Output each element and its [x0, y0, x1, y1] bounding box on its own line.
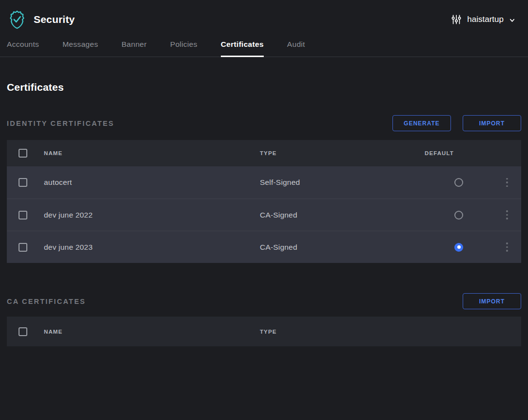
ca-certificates-actions: IMPORT: [463, 293, 521, 309]
table-row-dev-june-2023: dev june 2023 CA-Signed: [7, 231, 521, 263]
certificate-name: dev june 2022: [44, 211, 93, 220]
column-header-default: DEFAULT: [425, 150, 454, 156]
generate-button[interactable]: GENERATE: [392, 115, 451, 131]
select-all-checkbox[interactable]: [19, 149, 27, 158]
kebab-menu-icon[interactable]: [504, 240, 510, 254]
kebab-menu-icon[interactable]: [504, 176, 510, 189]
app-header-left: Security: [7, 9, 75, 30]
kebab-menu-icon[interactable]: [504, 208, 510, 221]
ca-certificates-heading: CA CERTIFICATES: [7, 298, 86, 305]
page-title: Certificates: [7, 81, 521, 93]
default-radio[interactable]: [454, 211, 463, 220]
tab-audit[interactable]: Audit: [287, 39, 305, 57]
certificate-type: Self-Signed: [260, 178, 300, 187]
certificate-type: CA-Signed: [260, 211, 297, 220]
account-menu[interactable]: haistartup: [451, 14, 515, 25]
row-checkbox[interactable]: [19, 211, 27, 220]
import-identity-button[interactable]: IMPORT: [463, 115, 521, 131]
import-ca-button[interactable]: IMPORT: [463, 293, 521, 309]
default-radio[interactable]: [454, 178, 463, 187]
shield-check-icon: [7, 9, 27, 30]
account-name: haistartup: [467, 15, 504, 24]
identity-table-header-row: NAME TYPE DEFAULT: [7, 140, 521, 166]
tab-certificates[interactable]: Certificates: [221, 39, 264, 57]
table-row-autocert: autocert Self-Signed: [7, 166, 521, 199]
main-content: Certificates IDENTITY CERTIFICATES GENER…: [0, 81, 528, 346]
identity-certificates-section-header: IDENTITY CERTIFICATES GENERATE IMPORT: [7, 115, 521, 131]
column-header-name: NAME: [44, 329, 62, 335]
certificate-type: CA-Signed: [260, 243, 297, 252]
default-radio[interactable]: [454, 243, 463, 252]
chevron-down-icon: [509, 17, 515, 23]
certificate-name: autocert: [44, 178, 72, 187]
tab-policies[interactable]: Policies: [170, 39, 197, 57]
tab-accounts[interactable]: Accounts: [7, 39, 39, 57]
column-header-type: TYPE: [260, 329, 276, 335]
row-checkbox[interactable]: [19, 243, 27, 252]
identity-certificates-actions: GENERATE IMPORT: [392, 115, 521, 131]
column-header-name: NAME: [44, 150, 62, 156]
tab-bar: Accounts Messages Banner Policies Certif…: [0, 39, 528, 57]
app-title: Security: [34, 14, 75, 25]
tab-banner[interactable]: Banner: [121, 39, 147, 57]
tab-messages[interactable]: Messages: [62, 39, 98, 57]
ca-certificates-section-header: CA CERTIFICATES IMPORT: [7, 293, 521, 309]
table-row-dev-june-2022: dev june 2022 CA-Signed: [7, 199, 521, 231]
certificate-name: dev june 2023: [44, 243, 93, 252]
row-checkbox[interactable]: [19, 178, 27, 187]
ca-table-header-row: NAME TYPE: [7, 317, 521, 346]
column-header-type: TYPE: [260, 150, 276, 156]
ca-certificates-table: NAME TYPE: [7, 317, 521, 346]
app-header: Security haistartup: [0, 0, 528, 39]
sliders-icon: [451, 14, 462, 25]
select-all-checkbox[interactable]: [19, 327, 27, 336]
identity-certificates-table: NAME TYPE DEFAULT autocert Self-Signed d…: [7, 140, 521, 263]
identity-certificates-heading: IDENTITY CERTIFICATES: [7, 120, 114, 127]
